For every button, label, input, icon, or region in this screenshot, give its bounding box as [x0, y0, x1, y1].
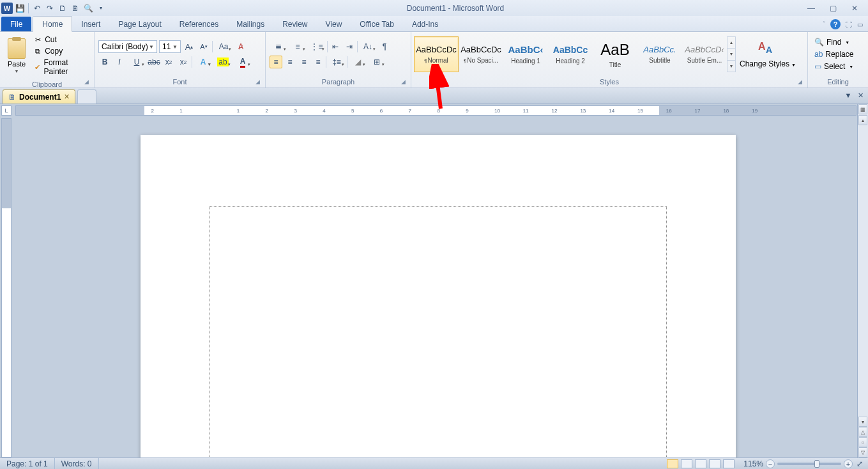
tab-page-layout[interactable]: Page Layout [109, 17, 170, 31]
ruler-corner[interactable]: L [1, 105, 11, 116]
view-draft-button[interactable] [723, 459, 735, 468]
styles-launcher-icon[interactable]: ◢ [798, 79, 805, 86]
font-size-combo[interactable]: 11▼ [159, 40, 181, 53]
shading-button[interactable]: ◢ [349, 56, 367, 68]
strikethrough-button[interactable]: abc [148, 56, 160, 68]
view-fullscreen-button[interactable] [681, 459, 692, 468]
fit-button[interactable]: ⤢ [855, 459, 864, 468]
change-case-button[interactable]: Aa [215, 40, 232, 53]
styles-scroll-up-icon[interactable]: ▴ [727, 37, 735, 49]
save-icon[interactable]: 💾 [14, 3, 26, 14]
document-page[interactable] [141, 135, 736, 469]
zoom-in-button[interactable]: + [844, 459, 853, 468]
redo-icon[interactable]: ↷ [44, 3, 56, 14]
word-app-icon[interactable]: W [1, 3, 13, 14]
style-tile-subtle-em-[interactable]: AaBbCcD‹Subtle Em... [682, 36, 727, 72]
sort-button[interactable]: A↓ [359, 40, 377, 53]
text-effects-button[interactable]: A [194, 56, 212, 68]
replace-button[interactable]: abReplace [813, 49, 855, 59]
zoom-level[interactable]: 115% [743, 459, 763, 468]
superscript-button[interactable]: x2 [177, 56, 190, 68]
highlight-button[interactable]: ab [214, 56, 232, 68]
grow-font-button[interactable]: A▴ [183, 40, 195, 53]
ribbon-opts2-icon[interactable]: ▭ [857, 21, 863, 28]
format-painter-button[interactable]: ✔Format Painter [32, 58, 90, 77]
tab-office-tab[interactable]: Office Tab [351, 17, 403, 31]
style-tile-heading-2[interactable]: AaBbCcHeading 2 [548, 36, 593, 72]
increase-indent-button[interactable]: ⇥ [343, 40, 356, 53]
font-name-combo[interactable]: Calibri (Body)▼ [98, 40, 157, 53]
subscript-button[interactable]: x2 [162, 56, 175, 68]
tab-add-ins[interactable]: Add-Ins [403, 17, 447, 31]
underline-button[interactable]: U [128, 56, 146, 68]
align-right-button[interactable]: ≡ [298, 56, 310, 68]
view-web-button[interactable] [695, 459, 706, 468]
scroll-down-icon[interactable]: ▾ [858, 417, 867, 427]
paste-button[interactable]: Paste ▼ [4, 37, 29, 75]
style-tile-heading-1[interactable]: AaBbC‹Heading 1 [503, 36, 548, 72]
vertical-scrollbar[interactable]: ▦ ▴ ▾ △ ○ ▽ [857, 104, 868, 457]
clear-formatting-button[interactable]: A̷ [234, 40, 247, 53]
document-tab-close-icon[interactable]: ✕ [64, 93, 70, 101]
qat-more-icon[interactable]: ▾ [95, 3, 107, 14]
font-launcher-icon[interactable]: ◢ [255, 79, 263, 86]
document-tab[interactable]: 🗎 Document1 ✕ [3, 89, 75, 104]
borders-button[interactable]: ⊞ [368, 56, 386, 68]
paragraph-launcher-icon[interactable]: ◢ [401, 79, 409, 86]
zoom-out-button[interactable]: − [766, 459, 775, 468]
show-marks-button[interactable]: ¶ [378, 40, 391, 53]
close-button[interactable]: ✕ [848, 3, 862, 14]
scroll-up-icon[interactable]: ▴ [858, 115, 867, 125]
browse-next-icon[interactable]: ▽ [858, 447, 867, 457]
select-button[interactable]: ▭Select▼ [813, 61, 855, 72]
minimize-button[interactable]: — [804, 3, 818, 14]
justify-button[interactable]: ≡ [312, 56, 324, 68]
cut-button[interactable]: ✂Cut [32, 35, 90, 45]
styles-expand-icon[interactable]: ▾ [727, 61, 735, 72]
style-tile-title[interactable]: AaBTitle [593, 36, 637, 72]
decrease-indent-button[interactable]: ⇤ [329, 40, 342, 53]
style-tile-subtitle[interactable]: AaBbCc.Subtitle [637, 36, 682, 72]
align-center-button[interactable]: ≡ [284, 56, 296, 68]
tab-mailings[interactable]: Mailings [227, 17, 273, 31]
ruler-toggle-icon[interactable]: ▦ [858, 104, 867, 114]
tab-insert[interactable]: Insert [72, 17, 109, 31]
horizontal-ruler[interactable]: 2112345678910111213141516171819 [15, 105, 857, 116]
view-print-layout-button[interactable] [667, 459, 678, 468]
help-icon[interactable]: ? [830, 19, 841, 29]
new-document-tab[interactable] [77, 89, 96, 104]
change-styles-button[interactable]: A A Change Styles ▼ [736, 40, 800, 68]
browse-object-icon[interactable]: ○ [858, 437, 867, 447]
view-outline-button[interactable] [709, 459, 720, 468]
bold-button[interactable]: B [98, 56, 111, 68]
browse-prev-icon[interactable]: △ [858, 427, 867, 437]
clipboard-launcher-icon[interactable]: ◢ [84, 79, 92, 86]
line-spacing-button[interactable]: ‡≡ [328, 56, 346, 68]
status-page[interactable]: Page: 1 of 1 [0, 458, 55, 469]
find-button[interactable]: 🔍Find▼ [813, 37, 855, 47]
qat-item-icon[interactable]: 🗋 [57, 3, 68, 14]
align-left-button[interactable]: ≡ [270, 56, 282, 68]
tab-references[interactable]: References [171, 17, 227, 31]
style-tile--no-spaci-[interactable]: AaBbCcDcNo Spaci... [459, 36, 503, 72]
zoom-slider-thumb[interactable] [814, 460, 819, 468]
doctab-dropdown-icon[interactable]: ▼ [843, 90, 853, 100]
tab-file[interactable]: File [1, 17, 31, 31]
shrink-font-button[interactable]: A▾ [197, 40, 210, 53]
status-words[interactable]: Words: 0 [55, 458, 99, 469]
italic-button[interactable]: I [113, 56, 126, 68]
zoom-slider[interactable] [777, 463, 841, 465]
vertical-ruler[interactable] [1, 118, 11, 457]
ribbon-minimize-icon[interactable]: ˇ [823, 21, 825, 28]
multilevel-button[interactable]: ⋮≡ [308, 40, 326, 53]
styles-scroll-down-icon[interactable]: ▾ [727, 49, 735, 60]
tab-home[interactable]: Home [33, 16, 72, 32]
font-color-button[interactable]: A [234, 56, 252, 68]
style-tile--normal[interactable]: AaBbCcDcNormal [414, 36, 459, 72]
numbering-button[interactable]: ≡ [289, 40, 307, 53]
bullets-button[interactable]: ≣ [270, 40, 287, 53]
tab-review[interactable]: Review [273, 17, 316, 31]
maximize-button[interactable]: ▢ [826, 3, 840, 14]
doctab-close-icon[interactable]: ✕ [855, 90, 865, 100]
print-preview-icon[interactable]: 🔍 [82, 3, 94, 14]
